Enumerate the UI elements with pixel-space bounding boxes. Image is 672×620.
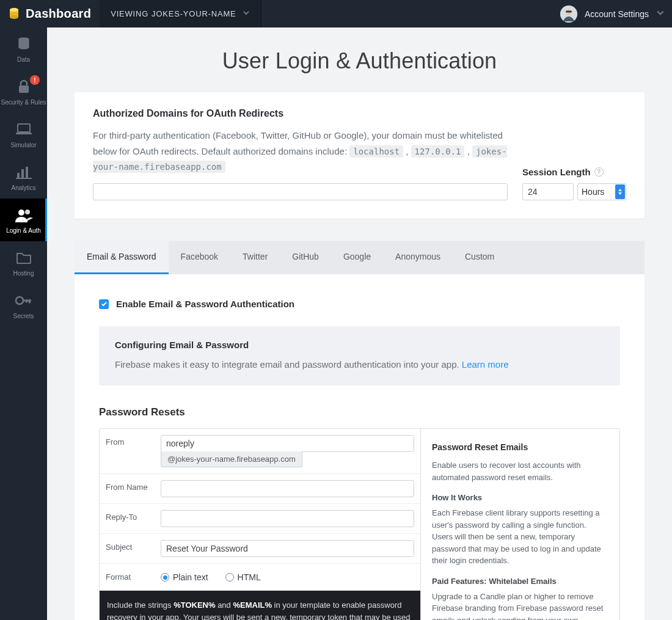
reply-to-label: Reply-To	[100, 504, 161, 533]
tab-facebook[interactable]: Facebook	[169, 241, 230, 274]
database-icon	[16, 35, 32, 53]
tab-google[interactable]: Google	[331, 241, 383, 274]
nav-label: Analytics	[11, 184, 35, 191]
svg-point-19	[16, 297, 23, 304]
learn-more-link[interactable]: Learn more	[462, 359, 509, 370]
session-unit-select[interactable]: Hours	[577, 183, 626, 200]
template-hint: Include the strings %TOKEN% and %EMAIL% …	[100, 591, 420, 620]
enable-email-label: Enable Email & Password Authentication	[116, 299, 294, 309]
subject-label: Subject	[100, 534, 161, 563]
format-plain-text-radio[interactable]: Plain text	[161, 572, 208, 582]
side-nav: Data ! Security & Rules Simulator Analyt…	[0, 27, 47, 620]
format-html-radio[interactable]: HTML	[225, 572, 261, 582]
svg-rect-10	[19, 86, 29, 93]
tab-anonymous[interactable]: Anonymous	[383, 241, 453, 274]
alert-badge: !	[30, 75, 40, 85]
chevron-down-icon	[243, 9, 250, 18]
auth-domains-heading: Authorized Domains for OAuth Redirects	[93, 108, 508, 119]
password-reset-panel: From @jokes-your-name.firebaseapp.com Fr…	[99, 428, 620, 620]
session-length-input[interactable]	[522, 183, 574, 200]
config-infobox: Configuring Email & Password Firebase ma…	[99, 326, 620, 385]
radio-icon	[225, 573, 234, 582]
svg-point-17	[18, 210, 24, 216]
topbar: Dashboard VIEWING JOKES-YOUR-NAME Accoun…	[0, 0, 672, 27]
auth-domains-desc: For third-party authentication (Facebook…	[93, 128, 508, 175]
auth-domains-card: Authorized Domains for OAuth Redirects F…	[75, 92, 645, 219]
folder-icon	[16, 249, 32, 266]
svg-rect-16	[16, 178, 32, 179]
svg-rect-15	[26, 167, 28, 178]
lock-icon	[18, 78, 30, 95]
nav-label: Data	[17, 56, 30, 63]
svg-rect-14	[21, 169, 24, 178]
svg-point-4	[10, 15, 18, 19]
code-chip: 127.0.0.1	[411, 145, 465, 158]
help-icon[interactable]: ?	[594, 167, 604, 177]
svg-rect-12	[16, 133, 32, 134]
nav-label: Security & Rules	[1, 99, 46, 106]
infobox-title: Configuring Email & Password	[115, 340, 604, 350]
side-title: Password Reset Emails	[432, 442, 608, 452]
chevron-down-icon	[656, 9, 665, 20]
from-input[interactable]	[161, 435, 414, 452]
password-reset-side-info: Password Reset Emails Enable users to re…	[420, 429, 619, 620]
radio-icon	[161, 573, 169, 582]
brand-text: Dashboard	[26, 7, 91, 21]
svg-point-18	[25, 210, 30, 214]
tab-email-password[interactable]: Email & Password	[75, 241, 169, 274]
laptop-icon	[15, 121, 32, 138]
project-name: JOKES-YOUR-NAME	[152, 9, 236, 18]
account-menu[interactable]: Account Settings	[560, 5, 672, 23]
svg-rect-22	[26, 299, 27, 302]
nav-label: Hosting	[13, 270, 34, 277]
nav-simulator[interactable]: Simulator	[0, 113, 47, 156]
nav-secrets[interactable]: Secrets	[0, 284, 47, 327]
brand[interactable]: Dashboard	[0, 7, 100, 21]
nav-hosting[interactable]: Hosting	[0, 241, 47, 284]
from-name-input[interactable]	[161, 480, 414, 497]
nav-label: Simulator	[10, 142, 36, 148]
auth-providers-card: Email & Password Facebook Twitter GitHub…	[75, 241, 645, 620]
users-icon	[15, 206, 33, 224]
enable-email-checkbox[interactable]	[99, 299, 109, 309]
from-name-label: From Name	[100, 474, 161, 503]
reply-to-input[interactable]	[161, 510, 414, 527]
project-switcher[interactable]: VIEWING JOKES-YOUR-NAME	[100, 0, 261, 27]
nav-security-rules[interactable]: ! Security & Rules	[0, 70, 47, 113]
page-title: User Login & Authentication	[47, 27, 672, 92]
format-label: Format	[100, 564, 161, 590]
bar-chart-icon	[16, 164, 32, 181]
avatar	[560, 5, 577, 23]
svg-rect-11	[18, 124, 30, 132]
code-chip: localhost	[349, 145, 403, 158]
svg-rect-8	[566, 10, 572, 12]
domain-input[interactable]	[93, 183, 508, 200]
nav-label: Secrets	[13, 313, 34, 319]
key-icon	[15, 292, 32, 309]
tab-twitter[interactable]: Twitter	[230, 241, 280, 274]
tab-custom[interactable]: Custom	[453, 241, 506, 274]
svg-rect-13	[17, 173, 20, 178]
from-domain-addon: @jokes-your-name.firebaseapp.com	[161, 451, 302, 467]
viewing-prefix: VIEWING	[111, 9, 148, 18]
tab-github[interactable]: GitHub	[280, 241, 331, 274]
nav-analytics[interactable]: Analytics	[0, 156, 47, 199]
svg-point-5	[10, 8, 18, 12]
tab-bar: Email & Password Facebook Twitter GitHub…	[75, 241, 645, 274]
session-length-label: Session Length	[522, 167, 591, 177]
nav-data[interactable]: Data	[0, 27, 47, 70]
password-resets-heading: Password Resets	[99, 406, 620, 418]
nav-login-auth[interactable]: Login & Auth	[0, 199, 47, 241]
from-label: From	[100, 429, 161, 473]
firebase-logo-icon	[9, 7, 20, 21]
nav-label: Login & Auth	[6, 227, 41, 234]
account-label: Account Settings	[585, 9, 649, 19]
svg-rect-21	[29, 299, 31, 303]
subject-input[interactable]	[161, 540, 414, 557]
